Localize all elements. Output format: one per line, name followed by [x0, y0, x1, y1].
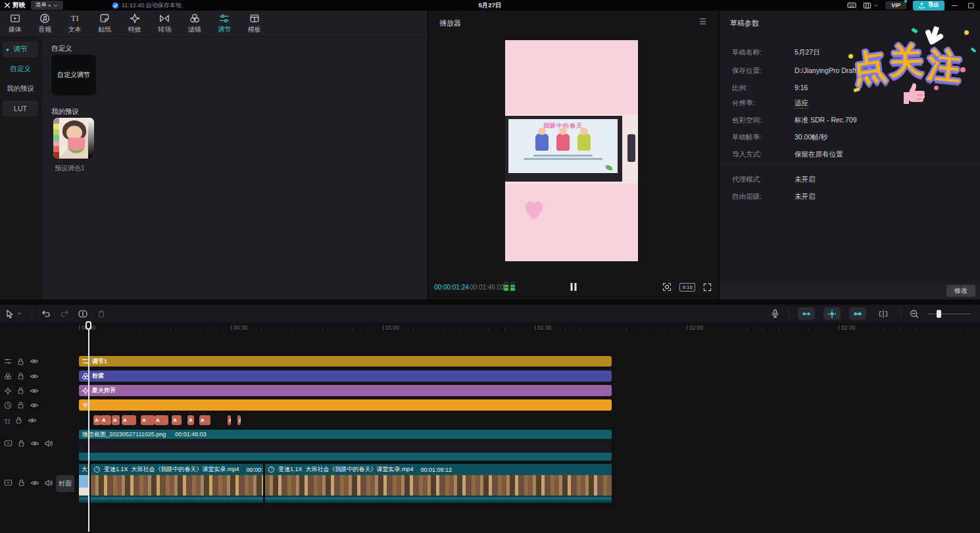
- ruler-time-label: 00:30: [233, 324, 247, 331]
- custom-adjust-card[interactable]: 自定义调节: [51, 55, 96, 95]
- adjust-track-icon[interactable]: [4, 357, 12, 365]
- shortcut-keyboard-icon[interactable]: [847, 1, 856, 10]
- sidebar-item-自定义[interactable]: 自定义: [3, 61, 38, 77]
- text-clip[interactable]: A: [172, 415, 182, 425]
- video-clip[interactable]: 变速1.1X大班社会《我眼中的春天》课堂实录.mp400:00:34:25: [91, 464, 263, 503]
- cover-button[interactable]: 封面: [56, 475, 74, 492]
- sticker-track-icon[interactable]: [4, 401, 12, 409]
- undo-icon[interactable]: [41, 309, 51, 318]
- fullscreen-icon[interactable]: [703, 283, 712, 292]
- filter-track-icon[interactable]: [4, 372, 12, 380]
- auto-snap-toggle[interactable]: [823, 307, 841, 320]
- draft-row-value[interactable]: 适应: [795, 99, 808, 109]
- ruler-tick: [216, 328, 216, 330]
- preview-axis-toggle[interactable]: [875, 307, 892, 320]
- ruler-tick: [155, 328, 156, 330]
- video-clip-waveform: [265, 495, 612, 503]
- eye-icon[interactable]: [30, 372, 39, 381]
- speaker-icon[interactable]: [44, 439, 53, 448]
- vip-button[interactable]: VIP: [885, 1, 906, 9]
- ribbon-tab-label: 音频: [38, 25, 51, 34]
- menu-button[interactable]: 菜单: [31, 1, 63, 10]
- lock-icon[interactable]: [16, 357, 25, 366]
- ribbon-tab-贴纸[interactable]: 贴纸: [90, 13, 120, 34]
- chevron-down-icon[interactable]: [16, 311, 22, 317]
- filter-track-clip[interactable]: 粉紫: [79, 370, 612, 382]
- video-preview[interactable]: 我眼中的春天: [505, 35, 638, 266]
- draft-row-label: 代理模式: [732, 175, 760, 183]
- ribbon-tab-滤镜[interactable]: 滤镜: [180, 13, 210, 34]
- text-clip[interactable]: A: [187, 415, 194, 425]
- sidebar-item-我的预设[interactable]: 我的预设: [3, 81, 38, 97]
- redo-icon[interactable]: [60, 309, 69, 318]
- text-clip[interactable]: A: [237, 415, 241, 425]
- video-clip[interactable]: 变速1.1X大班社会《我眼中的春天》课堂实录.mp400:01:09:12: [265, 464, 612, 503]
- split-clip-icon[interactable]: [78, 309, 87, 318]
- ribbon-tab-模板[interactable]: 模板: [239, 13, 270, 34]
- ribbon-tab-媒体[interactable]: 媒体: [0, 13, 30, 34]
- draft-row-value: 9:16: [795, 84, 808, 91]
- player-menu-icon[interactable]: ☰: [699, 17, 706, 26]
- effect-track-icon[interactable]: [4, 387, 12, 395]
- ribbon-tab-音频[interactable]: 音频: [30, 13, 61, 34]
- export-button[interactable]: 导出: [913, 1, 944, 11]
- video-track-icon[interactable]: [4, 439, 12, 447]
- timeline-zoom-slider[interactable]: [927, 313, 971, 315]
- ribbon-tab-特效[interactable]: 特效: [120, 13, 150, 34]
- select-tool-icon[interactable]: [5, 309, 14, 318]
- lock-icon[interactable]: [16, 386, 25, 395]
- video-clip[interactable]: 大: [79, 464, 89, 503]
- layout-panels-icon[interactable]: [863, 1, 871, 10]
- ruler-major-tick: [383, 325, 383, 330]
- ruler-tick: [823, 328, 824, 330]
- modify-button[interactable]: 修改: [946, 285, 975, 297]
- lock-icon[interactable]: [16, 372, 25, 380]
- effect-track-clip[interactable]: 星火炸开: [79, 385, 612, 396]
- sidebar-item-LUT[interactable]: LUT: [3, 101, 38, 116]
- sidebar-item-调节[interactable]: ●调节: [3, 41, 38, 57]
- eye-icon[interactable]: [30, 478, 39, 488]
- text-clip[interactable]: A: [228, 415, 231, 425]
- minimize-button[interactable]: [951, 2, 958, 9]
- track-header-row: [0, 477, 58, 488]
- timeline-ruler[interactable]: 00:0000:3001:0001:3002:0002:30: [0, 322, 980, 334]
- lock-icon[interactable]: [17, 478, 26, 487]
- speaker-icon[interactable]: [44, 478, 53, 488]
- text-clip[interactable]: A: [101, 415, 111, 425]
- ruler-tick: [276, 328, 277, 330]
- link-move-toggle[interactable]: [849, 307, 866, 320]
- text-clip[interactable]: A: [122, 415, 136, 425]
- zoom-out-icon[interactable]: [910, 309, 919, 318]
- text-clip[interactable]: A: [155, 415, 168, 425]
- image-clip[interactable]: 微信截图_20230527111025.png 00:01:46:03: [79, 430, 612, 461]
- video-track-icon[interactable]: [4, 478, 12, 487]
- adjust-track-clip[interactable]: 调节1: [79, 356, 612, 367]
- main-track-magnet-toggle[interactable]: [798, 307, 815, 320]
- lock-icon[interactable]: [16, 401, 25, 409]
- lock-icon[interactable]: [14, 416, 23, 424]
- ribbon-tab-调节[interactable]: 调节: [210, 13, 240, 34]
- ribbon-tab-文本[interactable]: TI文本: [60, 13, 90, 34]
- draft-row-label: 草稿名称:: [732, 48, 762, 56]
- text-track-icon[interactable]: TI: [4, 415, 10, 426]
- zoom-slider-handle[interactable]: [937, 310, 941, 318]
- aspect-ratio-button[interactable]: 9:16: [679, 283, 695, 292]
- eye-icon[interactable]: [28, 416, 37, 425]
- ribbon-tab-转场[interactable]: 转场: [150, 13, 180, 34]
- record-voiceover-icon[interactable]: [770, 309, 780, 318]
- text-clip[interactable]: A: [112, 415, 120, 425]
- lock-icon[interactable]: [17, 439, 26, 447]
- sticker-track-clip[interactable]: [79, 399, 612, 411]
- eye-icon[interactable]: [30, 401, 39, 410]
- preview-quality-icon[interactable]: [662, 282, 672, 292]
- text-clip[interactable]: A: [199, 415, 210, 425]
- delete-clip-icon[interactable]: [97, 309, 106, 318]
- eye-icon[interactable]: [30, 386, 39, 395]
- text-clip[interactable]: A: [141, 415, 155, 425]
- eye-icon[interactable]: [30, 357, 39, 366]
- chevron-down-icon[interactable]: [873, 3, 879, 9]
- maximize-button[interactable]: [968, 2, 975, 9]
- pause-button[interactable]: [571, 283, 577, 291]
- preset-thumbnail[interactable]: [53, 118, 94, 159]
- eye-icon[interactable]: [30, 439, 39, 448]
